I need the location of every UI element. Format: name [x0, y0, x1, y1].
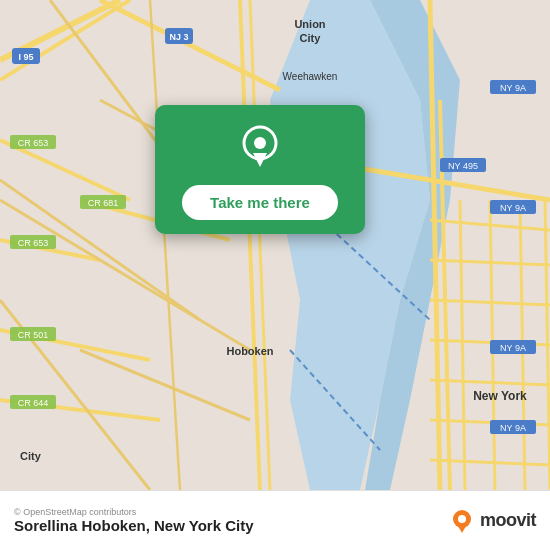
svg-text:City: City: [20, 450, 42, 462]
take-me-there-button[interactable]: Take me there: [182, 185, 338, 220]
svg-text:Weehawken: Weehawken: [283, 71, 338, 82]
svg-text:CR 644: CR 644: [18, 398, 49, 408]
map-area: I 95 NJ 3 Union City Weehawken CR 653 CR…: [0, 0, 550, 490]
svg-text:Hoboken: Hoboken: [226, 345, 273, 357]
svg-text:Union: Union: [294, 18, 325, 30]
svg-text:NY 495: NY 495: [448, 161, 478, 171]
svg-text:NY 9A: NY 9A: [500, 83, 526, 93]
location-pin-icon: [235, 123, 285, 173]
svg-text:CR 653: CR 653: [18, 138, 49, 148]
svg-point-67: [254, 137, 266, 149]
osm-attribution: © OpenStreetMap contributors: [14, 507, 254, 517]
svg-rect-0: [0, 0, 550, 490]
svg-text:CR 653: CR 653: [18, 238, 49, 248]
svg-text:NJ 3: NJ 3: [169, 32, 188, 42]
svg-marker-71: [458, 526, 466, 533]
moovit-logo: moovit: [448, 507, 536, 535]
svg-text:City: City: [300, 32, 322, 44]
svg-text:CR 681: CR 681: [88, 198, 119, 208]
svg-text:NY 9A: NY 9A: [500, 203, 526, 213]
bottom-bar: © OpenStreetMap contributors Sorellina H…: [0, 490, 550, 550]
svg-marker-68: [253, 153, 267, 167]
svg-text:New York: New York: [473, 389, 527, 403]
moovit-brand-text: moovit: [480, 510, 536, 531]
svg-text:I 95: I 95: [18, 52, 33, 62]
moovit-brand-icon: [448, 507, 476, 535]
location-card: Take me there: [155, 105, 365, 234]
place-name: Sorellina Hoboken, New York City: [14, 517, 254, 534]
svg-point-70: [458, 515, 466, 523]
svg-text:CR 501: CR 501: [18, 330, 49, 340]
svg-text:NY 9A: NY 9A: [500, 343, 526, 353]
svg-text:NY 9A: NY 9A: [500, 423, 526, 433]
bottom-info: © OpenStreetMap contributors Sorellina H…: [14, 507, 254, 534]
